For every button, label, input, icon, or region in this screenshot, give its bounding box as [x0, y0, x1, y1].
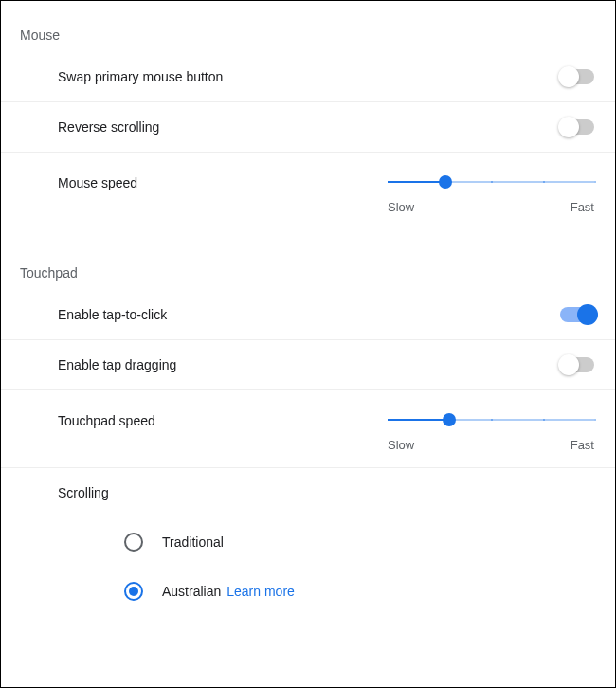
scrolling-header: Scrolling [1, 468, 615, 510]
tap-dragging-label: Enable tap dragging [58, 357, 176, 372]
mouse-speed-row: Mouse speed Slow Fast [1, 153, 615, 229]
reverse-scrolling-toggle[interactable] [560, 119, 594, 135]
scrolling-australian-radio-row[interactable]: Australian Learn more [58, 567, 596, 616]
slider-track-fill [388, 181, 445, 183]
tap-dragging-toggle[interactable] [560, 357, 594, 372]
mouse-speed-max-label: Fast [571, 200, 594, 214]
tap-to-click-toggle[interactable] [560, 307, 594, 322]
touchpad-speed-max-label: Fast [571, 438, 594, 452]
touchpad-section-header: Touchpad [1, 258, 615, 290]
slider-tick [594, 419, 596, 421]
scrolling-traditional-radio-row[interactable]: Traditional [58, 517, 596, 567]
swap-primary-label: Swap primary mouse button [58, 69, 223, 84]
slider-tick [594, 181, 596, 183]
scrolling-australian-label: Australian [162, 584, 221, 599]
swap-primary-toggle[interactable] [560, 69, 594, 84]
reverse-scrolling-row: Reverse scrolling [1, 102, 615, 153]
touchpad-speed-label: Touchpad speed [58, 413, 155, 428]
toggle-knob [558, 354, 579, 375]
slider-knob [439, 175, 452, 189]
toggle-knob [558, 117, 579, 137]
touchpad-speed-min-label: Slow [388, 438, 414, 452]
reverse-scrolling-label: Reverse scrolling [58, 119, 159, 135]
swap-primary-row: Swap primary mouse button [1, 52, 615, 102]
slider-tick [491, 419, 493, 421]
slider-knob [443, 413, 456, 426]
tap-to-click-label: Enable tap-to-click [58, 307, 167, 322]
tap-dragging-row: Enable tap dragging [1, 340, 615, 390]
mouse-section-header: Mouse [1, 20, 615, 52]
learn-more-link[interactable]: Learn more [226, 584, 295, 599]
touchpad-speed-slider[interactable] [388, 413, 594, 426]
scrolling-australian-radio [124, 582, 143, 601]
touchpad-speed-row: Touchpad speed Slow Fast [1, 390, 615, 468]
slider-tick [543, 419, 545, 421]
mouse-speed-min-label: Slow [388, 200, 414, 214]
slider-track-fill [388, 419, 449, 421]
tap-to-click-row: Enable tap-to-click [1, 290, 615, 340]
mouse-speed-label: Mouse speed [58, 175, 137, 190]
slider-tick [543, 181, 545, 183]
toggle-knob [558, 66, 579, 87]
mouse-speed-slider[interactable] [388, 175, 594, 189]
scrolling-traditional-radio [124, 533, 143, 552]
toggle-knob [577, 304, 598, 325]
scrolling-traditional-label: Traditional [162, 534, 224, 550]
slider-tick [491, 181, 493, 183]
